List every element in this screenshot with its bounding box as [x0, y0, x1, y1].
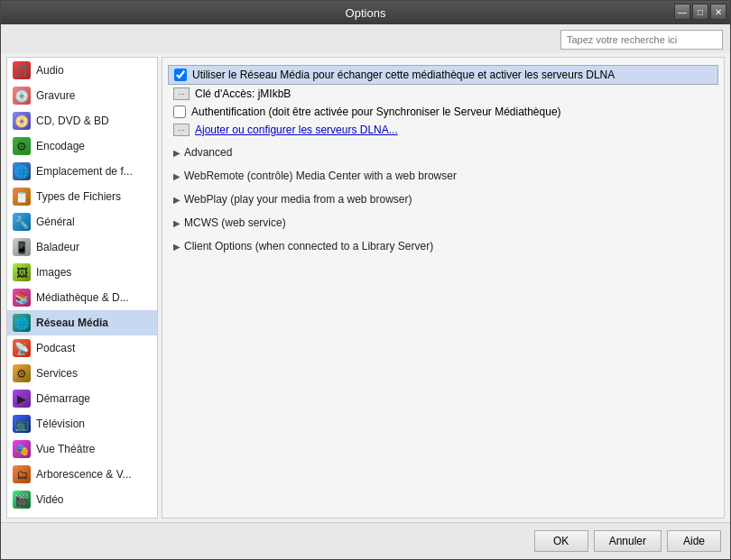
option-row-2: ··· Clé d'Accès: jMIkbB: [171, 85, 715, 103]
dots-icon-2: ···: [173, 124, 190, 136]
types-icon: 📋: [13, 188, 31, 206]
main-content: 🎵Audio💿Gravure📀CD, DVD & BD⚙Encodage🌐Emp…: [1, 53, 730, 522]
content-area: 🎵Audio💿Gravure📀CD, DVD & BD⚙Encodage🌐Emp…: [1, 24, 730, 559]
section-header-webremote[interactable]: ▶WebRemote (contrôle) Media Center with …: [171, 166, 715, 186]
sidebar-item-general[interactable]: 🔧Général: [7, 209, 157, 234]
sidebar-item-demarrage[interactable]: ▶Démarrage: [7, 386, 157, 411]
sidebar-label-emplacement: Emplacement de f...: [36, 165, 133, 178]
triangle-icon-webremote: ▶: [173, 171, 180, 181]
demarrage-icon: ▶: [13, 390, 31, 408]
titlebar-buttons: — □ ✕: [674, 4, 726, 20]
sidebar-label-reseau: Réseau Média: [36, 317, 108, 329]
cancel-button[interactable]: Annuler: [594, 530, 662, 552]
mediatheque-icon: 📚: [13, 289, 31, 307]
sidebar-label-audio: Audio: [36, 64, 64, 77]
sidebar-item-vue[interactable]: 🎭Vue Théâtre: [7, 436, 157, 462]
television-icon: 📺: [13, 415, 31, 433]
sidebar-label-general: Général: [36, 216, 75, 228]
images-icon: 🖼: [13, 263, 31, 281]
sidebar-item-arborescence[interactable]: 🗂Arborescence & V...: [7, 462, 157, 487]
sidebar-label-images: Images: [36, 266, 71, 279]
option-row-4: ··· Ajouter ou configurer les serveurs D…: [171, 121, 715, 139]
maximize-button[interactable]: □: [692, 4, 708, 20]
sidebar-item-cd[interactable]: 📀CD, DVD & BD: [7, 108, 157, 133]
help-button[interactable]: Aide: [667, 530, 721, 552]
section-label-client: Client Options (when connected to a Libr…: [184, 240, 433, 252]
sidebar-item-emplacement[interactable]: 🌐Emplacement de f...: [7, 159, 157, 184]
sidebar-label-types: Types de Fichiers: [36, 190, 121, 203]
close-button[interactable]: ✕: [710, 4, 726, 20]
reseau-icon: 🌐: [13, 314, 31, 332]
section-label-webplay: WebPlay (play your media from a web brow…: [184, 193, 412, 206]
sidebar-item-audio[interactable]: 🎵Audio: [7, 58, 157, 83]
option-row-3: Authentification (doit être activée pour…: [171, 103, 715, 121]
minimize-button[interactable]: —: [674, 4, 690, 20]
section-mcws: ▶MCWS (web service): [171, 213, 715, 233]
right-panel: Utiliser le Réseau Média pour échanger c…: [162, 57, 725, 519]
option-label-1: Utiliser le Réseau Média pour échanger c…: [192, 69, 615, 81]
dots-icon-1: ···: [173, 87, 190, 100]
emplacement-icon: 🌐: [13, 162, 31, 180]
titlebar: Options — □ ✕: [1, 1, 730, 24]
general-icon: 🔧: [13, 213, 31, 231]
sidebar-label-baladeur: Baladeur: [36, 241, 79, 253]
sidebar-item-images[interactable]: 🖼Images: [7, 260, 157, 285]
sidebar-label-television: Télévision: [36, 418, 85, 430]
services-icon: ⚙: [13, 364, 31, 382]
option-row-1: Utiliser le Réseau Média pour échanger c…: [168, 65, 718, 85]
section-label-webremote: WebRemote (contrôle) Media Center with a…: [184, 170, 457, 182]
cd-icon: 📀: [13, 112, 31, 130]
sidebar-item-podcast[interactable]: 📡Podcast: [7, 335, 157, 361]
sidebar-item-mediatheque[interactable]: 📚Médiathèque & D...: [7, 285, 157, 310]
footer: OK Annuler Aide: [1, 522, 730, 559]
sidebar-item-types[interactable]: 📋Types de Fichiers: [7, 184, 157, 209]
sidebar-item-reseau[interactable]: 🌐Réseau Média: [7, 310, 157, 335]
podcast-icon: 📡: [13, 339, 31, 357]
triangle-icon-advanced: ▶: [173, 148, 180, 158]
gravure-icon: 💿: [13, 87, 31, 105]
baladeur-icon: 📱: [13, 238, 31, 256]
option-label-2: Clé d'Accès: jMIkbB: [195, 87, 291, 100]
sidebar-label-arborescence: Arborescence & V...: [36, 468, 132, 481]
section-header-client[interactable]: ▶Client Options (when connected to a Lib…: [171, 236, 715, 256]
sidebar-label-encodage: Encodage: [36, 140, 85, 152]
checkbox-auth[interactable]: [173, 106, 186, 118]
triangle-icon-client: ▶: [173, 242, 180, 252]
option-link-dlna[interactable]: Ajouter ou configurer les serveurs DLNA.…: [195, 124, 398, 136]
section-header-mcws[interactable]: ▶MCWS (web service): [171, 213, 715, 233]
vue-icon: 🎭: [13, 440, 31, 458]
section-advanced: ▶Advanced: [171, 142, 715, 162]
sidebar: 🎵Audio💿Gravure📀CD, DVD & BD⚙Encodage🌐Emp…: [6, 57, 158, 519]
checkbox-dlna[interactable]: [174, 69, 187, 81]
sidebar-label-vue: Vue Théâtre: [36, 443, 95, 455]
sidebar-item-services[interactable]: ⚙Services: [7, 361, 157, 386]
sidebar-label-services: Services: [36, 367, 78, 380]
sidebar-item-television[interactable]: 📺Télévision: [7, 411, 157, 436]
arborescence-icon: 🗂: [13, 465, 31, 483]
section-webremote: ▶WebRemote (contrôle) Media Center with …: [171, 166, 715, 186]
section-webplay: ▶WebPlay (play your media from a web bro…: [171, 189, 715, 209]
search-input[interactable]: [560, 30, 723, 50]
section-header-webplay[interactable]: ▶WebPlay (play your media from a web bro…: [171, 189, 715, 209]
sidebar-label-cd: CD, DVD & BD: [36, 115, 109, 127]
sidebar-item-encodage[interactable]: ⚙Encodage: [7, 133, 157, 159]
ok-button[interactable]: OK: [534, 530, 588, 552]
window-title: Options: [346, 6, 386, 20]
sidebar-label-podcast: Podcast: [36, 342, 75, 354]
sidebar-label-mediatheque: Médiathèque & D...: [36, 291, 129, 304]
audio-icon: 🎵: [13, 61, 31, 79]
section-client: ▶Client Options (when connected to a Lib…: [171, 236, 715, 256]
triangle-icon-mcws: ▶: [173, 218, 180, 228]
sidebar-label-gravure: Gravure: [36, 89, 75, 102]
sidebar-label-demarrage: Démarrage: [36, 392, 90, 405]
video-icon: 🎬: [13, 491, 31, 509]
section-header-advanced[interactable]: ▶Advanced: [171, 142, 715, 162]
section-label-mcws: MCWS (web service): [184, 216, 286, 229]
encodage-icon: ⚙: [13, 137, 31, 155]
sidebar-item-baladeur[interactable]: 📱Baladeur: [7, 234, 157, 260]
triangle-icon-webplay: ▶: [173, 195, 180, 205]
sidebar-item-video[interactable]: 🎬Vidéo: [7, 487, 157, 512]
sidebar-label-video: Vidéo: [36, 493, 63, 506]
sidebar-item-gravure[interactable]: 💿Gravure: [7, 83, 157, 108]
option-label-3: Authentification (doit être activée pour…: [191, 106, 561, 118]
